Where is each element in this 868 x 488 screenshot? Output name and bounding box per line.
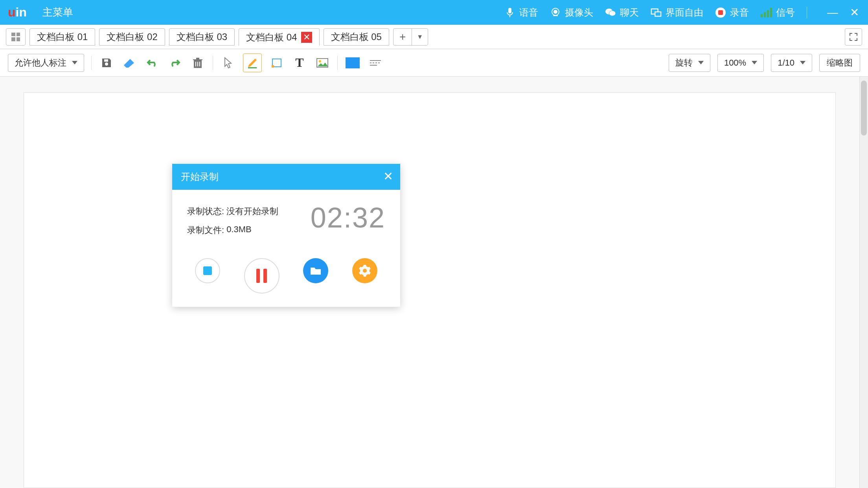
recording-controls: [187, 258, 385, 294]
page-dropdown[interactable]: 1/10: [771, 54, 812, 72]
tab-5[interactable]: 文档白板 05: [324, 28, 389, 46]
plus-icon: +: [394, 29, 412, 45]
cursor-icon: [223, 57, 233, 69]
window-controls: — ✕: [827, 6, 860, 19]
dialog-title: 开始录制: [181, 171, 219, 183]
svg-point-5: [609, 11, 616, 16]
svg-rect-13: [272, 65, 274, 68]
signal-label: 信号: [776, 6, 795, 19]
chevron-down-icon: [72, 61, 77, 64]
zoom-dropdown[interactable]: 100%: [717, 54, 764, 72]
chevron-down-icon: [800, 61, 805, 64]
fullscreen-button[interactable]: [845, 28, 862, 46]
thumbnail-button[interactable]: 缩略图: [819, 54, 860, 72]
zoom-label: 100%: [724, 58, 746, 68]
tab-3[interactable]: 文档白板 03: [169, 28, 235, 46]
stop-recording-button[interactable]: [195, 258, 220, 283]
webcam-icon: [550, 7, 561, 18]
toolbar-divider: [337, 56, 338, 70]
close-window-button[interactable]: ✕: [848, 6, 860, 19]
voice-button[interactable]: 语音: [504, 6, 538, 19]
logo-letter-u: u: [8, 5, 16, 20]
shape-button[interactable]: [269, 55, 285, 71]
vertical-scrollbar[interactable]: [859, 77, 868, 488]
camera-button[interactable]: 摄像头: [550, 6, 593, 19]
line-style-button[interactable]: [368, 55, 383, 71]
chat-button[interactable]: 聊天: [605, 6, 639, 19]
file-value: 0.3MB: [226, 224, 252, 236]
minimize-button[interactable]: —: [827, 6, 839, 19]
lines-icon: [369, 59, 382, 67]
eraser-button[interactable]: [121, 55, 137, 71]
logo-letter-n: n: [19, 5, 27, 20]
interface-label: 界面自由: [666, 6, 703, 19]
tab-1[interactable]: 文档白板 01: [29, 28, 95, 46]
trash-icon: [193, 57, 203, 69]
delete-button[interactable]: [190, 55, 206, 71]
annotate-permission-dropdown[interactable]: 允许他人标注: [8, 54, 84, 72]
app-logo: uin: [8, 5, 27, 20]
chat-icon: [605, 7, 616, 18]
status-value: 没有开始录制: [226, 205, 278, 217]
recording-settings-button[interactable]: [352, 258, 377, 283]
recording-timer: 02:32: [290, 202, 385, 234]
toolbar-divider: [91, 56, 92, 70]
add-tab-button[interactable]: + ▼: [393, 28, 428, 46]
main-menu-button[interactable]: 主菜单: [42, 6, 73, 19]
eraser-icon: [123, 57, 136, 68]
tab-bar: 文档白板 01 文档白板 02 文档白板 03 文档白板 04 ✕ 文档白板 0…: [0, 25, 868, 49]
undo-button[interactable]: [144, 55, 160, 71]
folder-icon: [309, 265, 322, 276]
layout-icon: [651, 7, 662, 18]
image-icon: [316, 58, 329, 68]
page-label: 1/10: [778, 58, 794, 68]
signal-indicator: 信号: [761, 6, 795, 19]
tab-close-button[interactable]: ✕: [301, 32, 312, 43]
image-button[interactable]: [314, 55, 330, 71]
save-button[interactable]: [99, 55, 114, 71]
pencil-icon: [246, 57, 258, 69]
gear-icon: [359, 265, 371, 277]
header-divider: [807, 7, 807, 18]
dialog-close-button[interactable]: ✕: [383, 169, 393, 183]
save-icon: [101, 57, 112, 69]
logo-letter-i: i: [16, 5, 19, 20]
tab-label: 文档白板 04: [246, 31, 297, 44]
file-label: 录制文件:: [187, 224, 224, 236]
microphone-icon: [504, 7, 515, 18]
svg-point-15: [319, 60, 321, 62]
tab-4[interactable]: 文档白板 04 ✕: [239, 28, 319, 46]
recording-dialog: 开始录制 ✕ 录制状态: 没有开始录制 录制文件: 0.3MB 02:32: [172, 164, 400, 307]
camera-label: 摄像头: [565, 6, 593, 19]
whiteboard-canvas[interactable]: [24, 92, 836, 488]
rotate-dropdown[interactable]: 旋转: [669, 54, 710, 72]
chat-label: 聊天: [620, 6, 639, 19]
rectangle-icon: [271, 57, 283, 68]
pencil-button[interactable]: [243, 53, 262, 72]
pointer-button[interactable]: [220, 55, 236, 71]
record-label: 录音: [730, 6, 749, 19]
toolbar-divider: [213, 56, 213, 70]
svg-rect-7: [655, 12, 661, 16]
pause-recording-button[interactable]: [244, 258, 280, 294]
header-actions: 语音 摄像头 聊天 界面自由 录音: [504, 6, 860, 19]
open-folder-button[interactable]: [303, 258, 328, 283]
rotate-label: 旋转: [675, 57, 693, 69]
chevron-down-icon: [752, 61, 757, 64]
voice-label: 语音: [519, 6, 538, 19]
redo-button[interactable]: [167, 55, 183, 71]
content-area: 开始录制 ✕ 录制状态: 没有开始录制 录制文件: 0.3MB 02:32: [0, 77, 868, 488]
scrollbar-thumb[interactable]: [861, 81, 867, 136]
status-label: 录制状态:: [187, 205, 224, 217]
svg-rect-10: [199, 62, 200, 66]
stop-icon: [203, 266, 212, 275]
svg-point-3: [554, 10, 557, 13]
grid-view-button[interactable]: [6, 28, 26, 46]
fullscreen-icon: [849, 33, 858, 41]
text-button[interactable]: T: [292, 55, 307, 71]
color-picker-button[interactable]: [345, 55, 360, 71]
tab-2[interactable]: 文档白板 02: [99, 28, 165, 46]
app-header: uin 主菜单 语音 摄像头 聊天 界面自由: [0, 0, 868, 25]
record-button[interactable]: 录音: [715, 6, 749, 19]
interface-button[interactable]: 界面自由: [651, 6, 703, 19]
